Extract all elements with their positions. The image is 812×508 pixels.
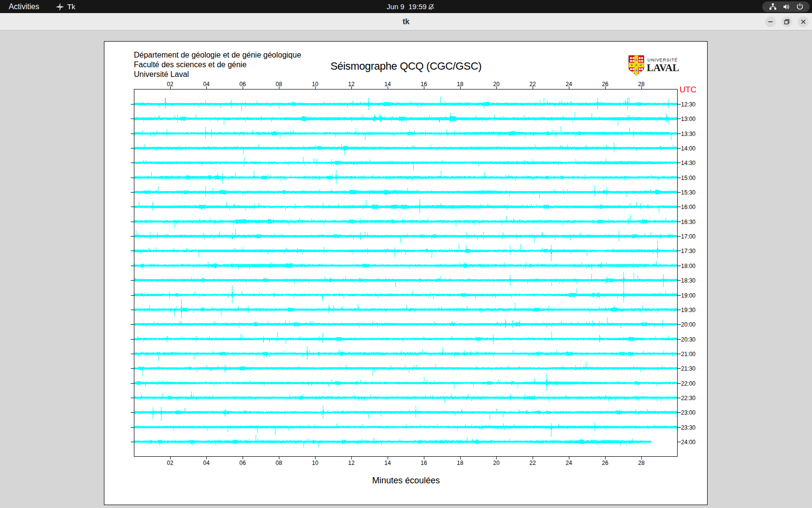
svg-text:LAVAL: LAVAL <box>647 62 679 74</box>
svg-text:UNIVERSITÉ: UNIVERSITÉ <box>648 58 678 62</box>
